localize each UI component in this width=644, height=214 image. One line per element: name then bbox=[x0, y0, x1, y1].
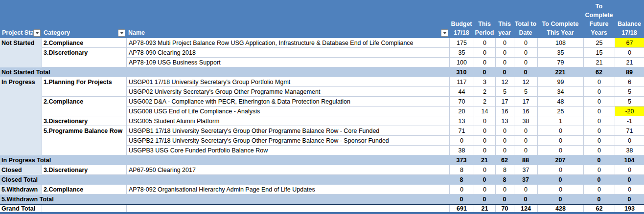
value-cell[interactable]: 12 bbox=[514, 77, 537, 87]
value-cell[interactable]: 0 bbox=[449, 185, 474, 194]
subtotal-value-cell[interactable]: 0 bbox=[474, 67, 495, 77]
value-cell[interactable]: 13 bbox=[495, 116, 514, 126]
value-cell[interactable]: 5 bbox=[495, 87, 514, 97]
value-cell[interactable]: 0 bbox=[583, 87, 615, 97]
header-to-complete-this-year[interactable]: To Complete This Year bbox=[537, 0, 583, 38]
project-status-cell[interactable] bbox=[0, 97, 42, 107]
subtotal-value-cell[interactable]: 0 bbox=[615, 194, 644, 204]
value-cell[interactable]: 0 bbox=[474, 38, 495, 48]
value-cell[interactable]: 0 bbox=[474, 136, 495, 146]
value-cell[interactable]: 0 bbox=[514, 48, 537, 58]
grand-total-value-cell[interactable]: 70 bbox=[495, 205, 514, 212]
value-cell[interactable]: 8 bbox=[449, 165, 474, 175]
value-cell[interactable]: 2 bbox=[474, 97, 495, 107]
grand-total-value-cell[interactable]: 691 bbox=[449, 205, 474, 212]
value-cell[interactable]: 37 bbox=[514, 165, 537, 175]
value-cell[interactable]: 0 bbox=[514, 185, 537, 194]
value-cell[interactable]: 0 bbox=[615, 185, 644, 194]
grand-total-value-cell[interactable]: 62 bbox=[583, 205, 615, 212]
value-cell[interactable]: 117 bbox=[449, 77, 474, 87]
header-this-period[interactable]: This Period bbox=[474, 0, 495, 38]
name-cell[interactable]: USGPB1 17/18 University Secretary's Grou… bbox=[126, 126, 449, 136]
name-cell[interactable]: USG008 USG End of Life Compliance - Anal… bbox=[126, 107, 449, 116]
value-cell[interactable]: 0 bbox=[537, 185, 583, 194]
subtotal-value-cell[interactable]: 0 bbox=[537, 194, 583, 204]
value-cell[interactable]: 2 bbox=[474, 87, 495, 97]
value-cell[interactable]: 5 bbox=[514, 87, 537, 97]
name-cell[interactable]: AP78-093 Multi Project Balance Row USG A… bbox=[126, 38, 449, 48]
value-cell[interactable]: 35 bbox=[537, 48, 583, 58]
subtotal-value-cell[interactable]: 0 bbox=[583, 175, 615, 185]
subtotal-value-cell[interactable]: 0 bbox=[449, 194, 474, 204]
project-status-cell[interactable]: In Progress bbox=[0, 77, 42, 87]
value-cell[interactable]: 1 bbox=[537, 116, 583, 126]
value-cell[interactable]: 71 bbox=[449, 126, 474, 136]
header-this-year[interactable]: This year bbox=[495, 0, 514, 38]
value-cell[interactable]: 13 bbox=[449, 116, 474, 126]
name-cell[interactable]: AP78-092 Organisational Hierarchy Admin … bbox=[126, 185, 449, 194]
name-cell[interactable]: USG005 Student Alumni Platform bbox=[126, 116, 449, 126]
project-status-cell[interactable] bbox=[0, 126, 42, 136]
grand-total-value-cell[interactable]: 124 bbox=[514, 205, 537, 212]
category-cell[interactable]: 5.Programme Balance Row bbox=[42, 126, 126, 136]
value-cell[interactable]: 0 bbox=[537, 165, 583, 175]
project-status-cell[interactable] bbox=[0, 107, 42, 116]
value-cell[interactable]: 79 bbox=[537, 58, 583, 67]
value-cell[interactable]: -1 bbox=[615, 116, 644, 126]
subtotal-value-cell[interactable]: 8 bbox=[495, 175, 514, 185]
grand-total-value-cell[interactable]: 428 bbox=[537, 205, 583, 212]
value-cell[interactable]: 35 bbox=[449, 48, 474, 58]
subtotal-value-cell[interactable]: 221 bbox=[537, 67, 583, 77]
value-cell[interactable]: 16 bbox=[514, 107, 537, 116]
header-category[interactable]: Category bbox=[42, 0, 126, 38]
subtotal-value-cell[interactable]: 0 bbox=[514, 194, 537, 204]
project-status-cell[interactable] bbox=[0, 48, 42, 58]
name-cell[interactable]: AP78-109 USG Business Support bbox=[126, 58, 449, 67]
value-cell[interactable]: 38 bbox=[514, 116, 537, 126]
category-cell[interactable]: 3.Discretionary bbox=[42, 48, 126, 58]
value-cell[interactable]: 0 bbox=[583, 107, 615, 116]
value-cell[interactable]: 0 bbox=[474, 146, 495, 155]
subtotal-value-cell[interactable]: 0 bbox=[495, 67, 514, 77]
subtotal-value-cell[interactable]: 0 bbox=[474, 175, 495, 185]
value-cell[interactable]: 0 bbox=[583, 126, 615, 136]
value-cell[interactable]: 0 bbox=[615, 48, 644, 58]
header-balance-1718[interactable]: Balance 17/18 bbox=[615, 0, 644, 38]
grand-total-label-cell[interactable]: Grand Total bbox=[0, 205, 42, 212]
value-cell[interactable]: 0 bbox=[495, 58, 514, 67]
subtotal-label-cell[interactable]: Closed Total bbox=[0, 175, 449, 185]
header-project-status[interactable]: Project Stat bbox=[0, 0, 42, 38]
name-cell[interactable] bbox=[126, 205, 449, 212]
name-cell[interactable]: AP67-950 Clearing 2017 bbox=[126, 165, 449, 175]
value-cell[interactable]: 48 bbox=[537, 97, 583, 107]
value-cell[interactable]: 0 bbox=[495, 185, 514, 194]
header-name[interactable]: Name bbox=[126, 0, 449, 38]
value-cell[interactable]: 0 bbox=[495, 126, 514, 136]
header-to-complete-future-years[interactable]: To Complete Future Years bbox=[583, 0, 615, 38]
value-cell[interactable]: -20 bbox=[615, 107, 644, 116]
grand-total-value-cell[interactable]: 21 bbox=[474, 205, 495, 212]
subtotal-value-cell[interactable]: 37 bbox=[514, 175, 537, 185]
value-cell[interactable]: 0 bbox=[583, 185, 615, 194]
category-cell[interactable] bbox=[42, 205, 126, 212]
subtotal-label-cell[interactable]: In Progress Total bbox=[0, 155, 449, 165]
grand-total-value-cell[interactable]: 193 bbox=[615, 205, 644, 212]
value-cell[interactable]: 0 bbox=[474, 165, 495, 175]
value-cell[interactable]: 0 bbox=[583, 136, 615, 146]
name-cell[interactable]: AP78-090 Clearing 2018 bbox=[126, 48, 449, 58]
value-cell[interactable]: 38 bbox=[449, 146, 474, 155]
value-cell[interactable]: 25 bbox=[537, 107, 583, 116]
project-status-cell[interactable]: 5.Withdrawn bbox=[0, 185, 42, 194]
value-cell[interactable]: 0 bbox=[615, 165, 644, 175]
category-cell[interactable]: 2.Compliance bbox=[42, 38, 126, 48]
value-cell[interactable]: 0 bbox=[514, 58, 537, 67]
project-status-filter-button[interactable] bbox=[33, 29, 41, 37]
subtotal-value-cell[interactable]: 0 bbox=[495, 194, 514, 204]
value-cell[interactable]: 0 bbox=[583, 97, 615, 107]
value-cell[interactable]: 0 bbox=[474, 185, 495, 194]
subtotal-value-cell[interactable]: 0 bbox=[474, 194, 495, 204]
value-cell[interactable]: 34 bbox=[537, 87, 583, 97]
header-total-to-date[interactable]: Total to Date bbox=[514, 0, 537, 38]
value-cell[interactable]: 0 bbox=[615, 136, 644, 146]
value-cell[interactable]: 0 bbox=[537, 136, 583, 146]
